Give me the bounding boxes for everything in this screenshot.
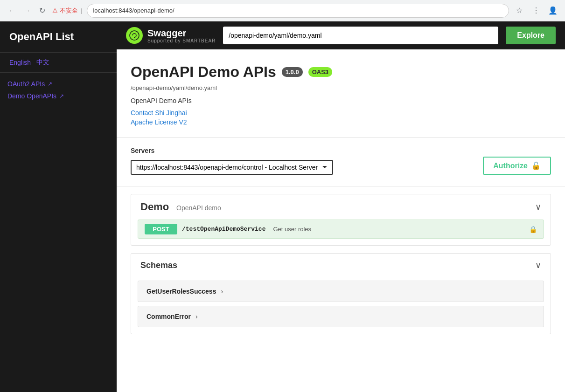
schema-arrow-0: › xyxy=(221,288,223,295)
oas3-badge: OAS3 xyxy=(308,67,332,77)
schema-arrow-1: › xyxy=(195,313,198,320)
post-endpoint-row[interactable]: POST /testOpenApiDemoService Get user ro… xyxy=(138,220,544,239)
authorize-button[interactable]: Authorize 🔓 xyxy=(483,157,551,175)
main-content: Swagger Supported by SMARTBEAR Explore O… xyxy=(117,21,565,392)
swagger-name: Swagger xyxy=(147,28,216,38)
address-bar[interactable] xyxy=(87,4,509,18)
api-title: OpenAPI Demo APIs xyxy=(131,63,276,81)
swagger-url-input[interactable] xyxy=(223,27,498,44)
warning-icon: ⚠ xyxy=(52,7,58,14)
api-path: /openapi-demo/yaml/demo.yaml xyxy=(131,84,551,91)
explore-button[interactable]: Explore xyxy=(506,27,556,44)
external-link-icon-2: ↗ xyxy=(59,93,64,99)
swagger-logo: Swagger Supported by SMARTBEAR xyxy=(126,27,216,44)
demo-section-subtitle: OpenAPI demo xyxy=(176,204,221,212)
schema-item-common-error[interactable]: CommonError › xyxy=(138,306,544,327)
svg-point-1 xyxy=(134,37,135,38)
endpoint-description: Get user roles xyxy=(273,226,311,233)
post-method-badge: POST xyxy=(145,224,177,234)
demo-section-header[interactable]: Demo OpenAPI demo ∨ xyxy=(131,194,551,220)
demo-chevron-icon: ∨ xyxy=(535,202,541,212)
schemas-header[interactable]: Schemas ∨ xyxy=(131,254,551,277)
sidebar-item-demo-openapis[interactable]: Demo OpenAPIs ↗ xyxy=(7,92,109,100)
reload-button[interactable]: ↻ xyxy=(35,4,49,17)
menu-button[interactable]: ⋮ xyxy=(530,4,543,17)
schema-item-get-user-roles[interactable]: GetUserRolesSuccess › xyxy=(138,281,544,302)
external-link-icon: ↗ xyxy=(48,81,52,87)
swagger-header: Swagger Supported by SMARTBEAR Explore xyxy=(117,21,565,49)
swagger-icon xyxy=(126,27,143,44)
browser-chrome: ← → ↻ ⚠ 不安全 | ☆ ⋮ 👤 xyxy=(0,0,565,21)
swagger-url-bar xyxy=(223,27,498,44)
endpoint-path: /testOpenApiDemoService xyxy=(182,226,265,233)
nav-buttons: ← → ↻ xyxy=(6,4,49,17)
servers-section: Servers https://localhost:8443/openapi-d… xyxy=(117,138,565,186)
api-title-row: OpenAPI Demo APIs 1.0.0 OAS3 xyxy=(131,63,551,81)
demo-section-title: Demo xyxy=(140,201,169,213)
swagger-supported-by: Supported by SMARTBEAR xyxy=(147,38,216,43)
server-select[interactable]: https://localhost:8443/openapi-demo/cont… xyxy=(131,160,333,175)
version-badge: 1.0.0 xyxy=(282,67,303,77)
security-warning: ⚠ 不安全 | xyxy=(52,7,83,15)
api-info: OpenAPI Demo APIs 1.0.0 OAS3 /openapi-de… xyxy=(117,49,565,138)
servers-label: Servers xyxy=(131,147,333,154)
sidebar-links: OAuth2 APIs ↗ Demo OpenAPIs ↗ xyxy=(0,73,117,107)
endpoint-lock-icon: 🔒 xyxy=(529,226,537,233)
sidebar-title: OpenAPI List xyxy=(0,21,117,53)
schemas-chevron-icon: ∨ xyxy=(535,260,541,270)
swagger-text: Swagger Supported by SMARTBEAR xyxy=(147,28,216,43)
back-button[interactable]: ← xyxy=(6,4,19,17)
contact-link[interactable]: Contact Shi Jinghai xyxy=(131,109,551,117)
authorize-lock-icon: 🔓 xyxy=(531,161,541,170)
schemas-title: Schemas xyxy=(140,261,177,270)
app-layout: OpenAPI List English 中文 OAuth2 APIs ↗ De… xyxy=(0,21,565,392)
sidebar-lang: English 中文 xyxy=(0,53,117,73)
browser-actions: ☆ ⋮ 👤 xyxy=(513,4,559,17)
demo-section: Demo OpenAPI demo ∨ POST /testOpenApiDem… xyxy=(131,194,551,246)
bookmark-button[interactable]: ☆ xyxy=(513,4,526,17)
forward-button[interactable]: → xyxy=(21,4,34,17)
sidebar: OpenAPI List English 中文 OAuth2 APIs ↗ De… xyxy=(0,21,117,392)
schemas-section: Schemas ∨ GetUserRolesSuccess › CommonEr… xyxy=(131,253,551,334)
profile-button[interactable]: 👤 xyxy=(546,4,559,17)
sidebar-item-oauth2-apis[interactable]: OAuth2 APIs ↗ xyxy=(7,80,109,88)
lang-chinese-button[interactable]: 中文 xyxy=(36,58,49,67)
svg-point-0 xyxy=(130,31,139,40)
license-link[interactable]: Apache License V2 xyxy=(131,118,551,126)
lang-english-button[interactable]: English xyxy=(9,58,31,67)
servers-left: Servers https://localhost:8443/openapi-d… xyxy=(131,147,333,175)
api-description: OpenAPI Demo APIs xyxy=(131,97,551,104)
